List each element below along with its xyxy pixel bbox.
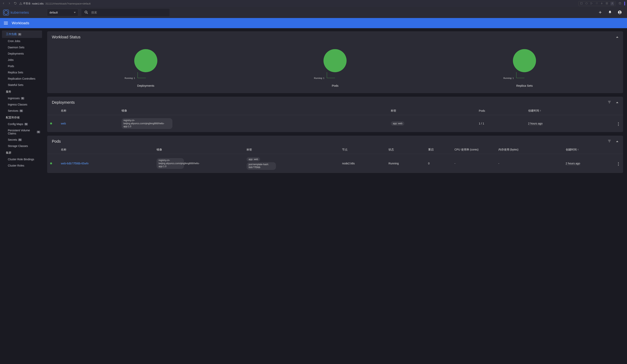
deployment-link[interactable]: web — [61, 122, 66, 125]
chart-title: Replica Sets — [516, 84, 533, 87]
sidebar-item-pvc[interactable]: Persistent Volume ClaimsN — [0, 127, 44, 137]
chart-replica-sets: Running: 1 Replica Sets — [511, 49, 538, 87]
sidebar-item-ingress-classes[interactable]: Ingress Classes — [0, 101, 44, 108]
ext-icon-4[interactable] — [595, 2, 598, 5]
search-input[interactable]: 搜索 — [81, 9, 169, 16]
sidebar-item-cluster-role-bindings[interactable]: Cluster Role Bindings — [0, 156, 44, 162]
svg-point-5 — [85, 11, 87, 13]
sidebar-item-replication-controllers[interactable]: Replication Controllers — [0, 76, 44, 82]
col-node[interactable]: 节点 — [340, 146, 386, 154]
sidebar-section-services[interactable]: 服务 — [0, 88, 44, 95]
sidebar-item-services[interactable]: ServicesN — [0, 108, 44, 114]
ext-icon-6[interactable] — [605, 2, 608, 5]
insecure-warning-icon: 不安全 — [19, 2, 31, 5]
deployments-table: 名称 镜像 标签 Pods 创建时间↑ web registry.cn-beij… — [47, 107, 623, 132]
chart-deployments: Running: 1 Deployments — [132, 49, 159, 87]
sidebar-item-cron-jobs[interactable]: Cron Jobs — [0, 38, 44, 44]
col-restarts[interactable]: 重启 — [426, 146, 453, 154]
col-name[interactable]: 名称 — [55, 146, 155, 154]
sidebar-item-label: Ingress Classes — [8, 103, 27, 106]
chart-title: Pods — [332, 84, 338, 87]
sidebar-item-stateful-sets[interactable]: Stateful Sets — [0, 82, 44, 88]
label-chip: app: web — [391, 121, 404, 126]
row-menu-icon[interactable] — [617, 161, 620, 166]
content-area: Workload Status Running: 1 Deployments — [44, 28, 627, 364]
address-bar[interactable]: 不安全 node1.k8s:31111/#/workloads?namespac… — [19, 2, 91, 5]
side-panel-indicator[interactable] — [624, 1, 625, 5]
sidebar-item-label: Persistent Volume Claims — [8, 129, 36, 135]
collapse-icon[interactable] — [616, 36, 618, 38]
sidebar-item-pods[interactable]: Pods — [0, 63, 44, 69]
ext-icon-5[interactable] — [600, 2, 603, 5]
col-labels[interactable]: 标签 — [389, 107, 477, 115]
ext-icon-3[interactable] — [590, 2, 593, 5]
col-mem[interactable]: 内存使用 (bytes) — [496, 146, 564, 154]
sidebar-item-config-maps[interactable]: Config MapsN — [0, 121, 44, 127]
ext-icon-1[interactable] — [580, 2, 583, 5]
sidebar-section-config[interactable]: 配置和存储 — [0, 114, 44, 121]
logo[interactable]: kubernetes — [3, 10, 29, 15]
col-name[interactable]: 名称 — [55, 107, 120, 115]
col-status[interactable]: 状态 — [386, 146, 426, 154]
page-title: Workloads — [12, 21, 29, 25]
sidebar-item-storage-classes[interactable]: Storage Classes — [0, 143, 44, 149]
svg-line-6 — [87, 13, 88, 14]
menu-toggle-icon[interactable] — [4, 22, 8, 24]
sidebar-item-label: Pods — [8, 65, 14, 68]
card-title: Workload Status — [52, 35, 80, 39]
reload-icon[interactable] — [14, 2, 17, 5]
col-created[interactable]: 创建时间↑ — [564, 146, 616, 154]
ext-icon-2[interactable] — [585, 2, 588, 5]
namespace-selected: default — [50, 11, 58, 14]
col-pods[interactable]: Pods — [477, 107, 526, 115]
browser-chrome: 不安全 node1.k8s:31111/#/workloads?namespac… — [0, 0, 627, 7]
badge-icon: N — [18, 139, 22, 141]
table-row[interactable]: web-6db77f5fdb-65wfv registry.cn-beijing… — [47, 154, 623, 173]
filter-icon[interactable] — [607, 139, 611, 144]
mem-usage: - — [496, 154, 564, 173]
chart-label: Running: 1 — [503, 77, 514, 79]
badge-icon: N — [21, 97, 24, 100]
account-icon[interactable] — [618, 10, 622, 15]
browser-extension-icons — [578, 1, 616, 6]
sidebar-section-label: 集群 — [6, 151, 11, 155]
logo-text: kubernetes — [10, 10, 29, 15]
back-icon[interactable] — [2, 2, 5, 5]
col-cpu[interactable]: CPU 使用率 (cores) — [452, 146, 496, 154]
filter-icon[interactable] — [607, 100, 611, 105]
sidebar-item-jobs[interactable]: Jobs — [0, 57, 44, 63]
sidebar-item-ingresses[interactable]: IngressesN — [0, 95, 44, 101]
sidebar-item-secrets[interactable]: SecretsN — [0, 137, 44, 143]
created-time: 2 hours ago — [528, 122, 543, 125]
col-image[interactable]: 镜像 — [120, 107, 389, 115]
ext-profile-icon[interactable] — [610, 2, 614, 5]
namespace-select[interactable]: default — [47, 9, 78, 16]
collapse-icon[interactable] — [616, 141, 618, 142]
table-row[interactable]: web registry.cn-beijing.aliyuncs.com/qin… — [47, 115, 623, 132]
sidebar-item-daemon-sets[interactable]: Daemon Sets — [0, 44, 44, 51]
sidebar-item-deployments[interactable]: Deployments — [0, 51, 44, 57]
collapse-icon[interactable] — [616, 102, 618, 103]
sidebar-item-cluster-roles[interactable]: Cluster Roles — [0, 162, 44, 169]
create-button[interactable] — [598, 10, 602, 15]
row-menu-icon[interactable] — [617, 121, 620, 127]
cube-icon[interactable] — [618, 2, 622, 5]
sidebar-item-replica-sets[interactable]: Replica Sets — [0, 69, 44, 76]
col-image[interactable]: 镜像 — [155, 146, 245, 154]
sidebar-section-workloads[interactable]: 工作负载 N — [2, 31, 42, 38]
status-dot-running — [50, 162, 52, 164]
sidebar-item-label: Storage Classes — [8, 144, 28, 148]
sidebar-item-label: Ingresses — [8, 97, 20, 100]
pod-link[interactable]: web-6db77f5fdb-65wfv — [61, 162, 89, 165]
sidebar-section-cluster[interactable]: 集群 — [0, 149, 44, 156]
pods-table: 名称 镜像 标签 节点 状态 重启 CPU 使用率 (cores) 内存使用 (… — [47, 146, 623, 173]
card-pods: Pods 名称 镜像 标签 节点 状态 重启 CPU 使用 — [47, 136, 623, 173]
col-created[interactable]: 创建时间↑ — [526, 107, 616, 115]
chart-label: Running: 1 — [314, 77, 324, 79]
pie-pods — [323, 49, 347, 72]
notifications-icon[interactable] — [608, 10, 612, 15]
app-header: kubernetes default 搜索 — [0, 7, 627, 18]
logo-icon — [3, 10, 9, 15]
col-labels[interactable]: 标签 — [245, 146, 340, 154]
forward-icon[interactable] — [8, 2, 11, 5]
